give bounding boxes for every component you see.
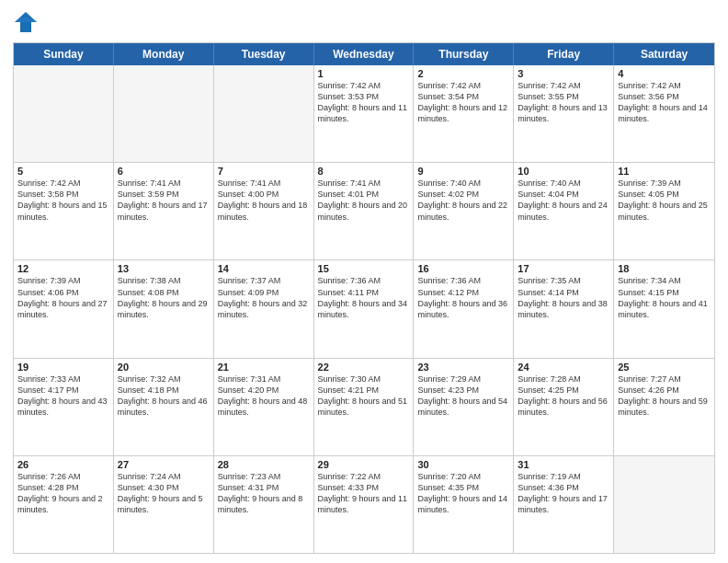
cell-info: Sunrise: 7:37 AM Sunset: 4:09 PM Dayligh…	[218, 275, 310, 320]
cell-info: Sunrise: 7:40 AM Sunset: 4:02 PM Dayligh…	[417, 178, 509, 223]
day-number: 5	[17, 166, 109, 177]
cell-info: Sunrise: 7:36 AM Sunset: 4:11 PM Dayligh…	[318, 275, 410, 320]
day-number: 4	[618, 68, 711, 79]
cell-info: Sunrise: 7:34 AM Sunset: 4:15 PM Dayligh…	[618, 275, 711, 320]
cell-info: Sunrise: 7:36 AM Sunset: 4:12 PM Dayligh…	[417, 275, 509, 320]
cell-info: Sunrise: 7:42 AM Sunset: 3:54 PM Dayligh…	[417, 80, 509, 125]
day-number: 26	[17, 459, 109, 470]
cal-cell: 2Sunrise: 7:42 AM Sunset: 3:54 PM Daylig…	[414, 65, 514, 162]
cell-info: Sunrise: 7:22 AM Sunset: 4:33 PM Dayligh…	[318, 471, 410, 516]
cal-cell: 1Sunrise: 7:42 AM Sunset: 3:53 PM Daylig…	[314, 65, 415, 162]
cal-cell	[214, 65, 314, 162]
day-number: 30	[417, 459, 509, 470]
cal-cell: 11Sunrise: 7:39 AM Sunset: 4:05 PM Dayli…	[614, 163, 714, 259]
day-number: 27	[118, 459, 210, 470]
cal-cell: 13Sunrise: 7:38 AM Sunset: 4:08 PM Dayli…	[114, 260, 214, 357]
day-number: 10	[518, 166, 609, 177]
cell-info: Sunrise: 7:42 AM Sunset: 3:56 PM Dayligh…	[618, 80, 711, 125]
day-number: 25	[618, 362, 711, 373]
cell-info: Sunrise: 7:20 AM Sunset: 4:35 PM Dayligh…	[417, 471, 509, 516]
cell-info: Sunrise: 7:32 AM Sunset: 4:18 PM Dayligh…	[118, 373, 210, 419]
header	[13, 9, 715, 35]
cal-header-saturday: Saturday	[614, 43, 714, 65]
cal-cell: 25Sunrise: 7:27 AM Sunset: 4:26 PM Dayli…	[614, 359, 714, 455]
cal-cell: 31Sunrise: 7:19 AM Sunset: 4:36 PM Dayli…	[514, 456, 614, 553]
day-number: 13	[118, 263, 210, 274]
day-number: 23	[417, 362, 509, 373]
cal-week-3: 12Sunrise: 7:39 AM Sunset: 4:06 PM Dayli…	[14, 259, 714, 357]
cell-info: Sunrise: 7:41 AM Sunset: 4:01 PM Dayligh…	[318, 178, 410, 223]
day-number: 1	[318, 68, 410, 79]
cal-cell	[114, 65, 214, 162]
cal-cell: 29Sunrise: 7:22 AM Sunset: 4:33 PM Dayli…	[314, 456, 415, 553]
cal-header-wednesday: Wednesday	[314, 43, 415, 65]
cal-cell: 14Sunrise: 7:37 AM Sunset: 4:09 PM Dayli…	[214, 260, 314, 357]
cell-info: Sunrise: 7:42 AM Sunset: 3:53 PM Dayligh…	[318, 80, 410, 125]
cell-info: Sunrise: 7:26 AM Sunset: 4:28 PM Dayligh…	[17, 471, 109, 516]
cal-week-2: 5Sunrise: 7:42 AM Sunset: 3:58 PM Daylig…	[14, 162, 714, 259]
cal-header-monday: Monday	[114, 43, 214, 65]
cell-info: Sunrise: 7:40 AM Sunset: 4:04 PM Dayligh…	[518, 178, 609, 223]
cal-cell: 27Sunrise: 7:24 AM Sunset: 4:30 PM Dayli…	[114, 456, 214, 553]
cal-cell: 5Sunrise: 7:42 AM Sunset: 3:58 PM Daylig…	[14, 163, 114, 259]
day-number: 19	[17, 362, 109, 373]
day-number: 6	[118, 166, 210, 177]
cell-info: Sunrise: 7:31 AM Sunset: 4:20 PM Dayligh…	[218, 373, 310, 419]
cell-info: Sunrise: 7:30 AM Sunset: 4:21 PM Dayligh…	[318, 373, 410, 419]
cal-cell: 10Sunrise: 7:40 AM Sunset: 4:04 PM Dayli…	[514, 163, 614, 259]
cell-info: Sunrise: 7:29 AM Sunset: 4:23 PM Dayligh…	[417, 373, 509, 419]
cal-cell: 15Sunrise: 7:36 AM Sunset: 4:11 PM Dayli…	[314, 260, 415, 357]
cal-cell: 4Sunrise: 7:42 AM Sunset: 3:56 PM Daylig…	[614, 65, 714, 162]
day-number: 12	[17, 263, 109, 274]
calendar: SundayMondayTuesdayWednesdayThursdayFrid…	[13, 42, 715, 554]
calendar-header-row: SundayMondayTuesdayWednesdayThursdayFrid…	[14, 43, 714, 65]
cal-cell: 7Sunrise: 7:41 AM Sunset: 4:00 PM Daylig…	[214, 163, 314, 259]
cal-cell: 9Sunrise: 7:40 AM Sunset: 4:02 PM Daylig…	[414, 163, 514, 259]
day-number: 20	[118, 362, 210, 373]
cal-cell: 16Sunrise: 7:36 AM Sunset: 4:12 PM Dayli…	[414, 260, 514, 357]
cal-cell: 23Sunrise: 7:29 AM Sunset: 4:23 PM Dayli…	[414, 359, 514, 455]
page: SundayMondayTuesdayWednesdayThursdayFrid…	[0, 0, 728, 563]
cal-cell: 21Sunrise: 7:31 AM Sunset: 4:20 PM Dayli…	[214, 359, 314, 455]
cell-info: Sunrise: 7:35 AM Sunset: 4:14 PM Dayligh…	[518, 275, 609, 320]
cal-cell: 17Sunrise: 7:35 AM Sunset: 4:14 PM Dayli…	[514, 260, 614, 357]
cell-info: Sunrise: 7:33 AM Sunset: 4:17 PM Dayligh…	[17, 373, 109, 419]
day-number: 24	[518, 362, 609, 373]
logo-icon	[13, 9, 39, 35]
cell-info: Sunrise: 7:41 AM Sunset: 4:00 PM Dayligh…	[218, 178, 310, 223]
day-number: 11	[618, 166, 711, 177]
cal-cell: 30Sunrise: 7:20 AM Sunset: 4:35 PM Dayli…	[414, 456, 514, 553]
cal-cell: 28Sunrise: 7:23 AM Sunset: 4:31 PM Dayli…	[214, 456, 314, 553]
cal-cell	[14, 65, 114, 162]
cal-cell: 26Sunrise: 7:26 AM Sunset: 4:28 PM Dayli…	[14, 456, 114, 553]
cell-info: Sunrise: 7:24 AM Sunset: 4:30 PM Dayligh…	[118, 471, 210, 516]
cal-week-4: 19Sunrise: 7:33 AM Sunset: 4:17 PM Dayli…	[14, 358, 714, 455]
cell-info: Sunrise: 7:39 AM Sunset: 4:05 PM Dayligh…	[618, 178, 711, 223]
day-number: 8	[318, 166, 410, 177]
logo	[13, 9, 42, 35]
cal-week-5: 26Sunrise: 7:26 AM Sunset: 4:28 PM Dayli…	[14, 455, 714, 553]
day-number: 14	[218, 263, 310, 274]
cal-cell: 6Sunrise: 7:41 AM Sunset: 3:59 PM Daylig…	[114, 163, 214, 259]
day-number: 7	[218, 166, 310, 177]
day-number: 21	[218, 362, 310, 373]
day-number: 3	[518, 68, 609, 79]
calendar-body: 1Sunrise: 7:42 AM Sunset: 3:53 PM Daylig…	[14, 65, 714, 553]
cell-info: Sunrise: 7:27 AM Sunset: 4:26 PM Dayligh…	[618, 373, 711, 419]
day-number: 22	[318, 362, 410, 373]
cell-info: Sunrise: 7:41 AM Sunset: 3:59 PM Dayligh…	[118, 178, 210, 223]
cal-cell: 19Sunrise: 7:33 AM Sunset: 4:17 PM Dayli…	[14, 359, 114, 455]
cal-cell: 3Sunrise: 7:42 AM Sunset: 3:55 PM Daylig…	[514, 65, 614, 162]
cell-info: Sunrise: 7:19 AM Sunset: 4:36 PM Dayligh…	[518, 471, 609, 516]
cal-header-sunday: Sunday	[14, 43, 114, 65]
cal-header-tuesday: Tuesday	[214, 43, 314, 65]
cell-info: Sunrise: 7:42 AM Sunset: 3:58 PM Dayligh…	[17, 178, 109, 223]
cal-cell: 20Sunrise: 7:32 AM Sunset: 4:18 PM Dayli…	[114, 359, 214, 455]
cell-info: Sunrise: 7:38 AM Sunset: 4:08 PM Dayligh…	[118, 275, 210, 320]
cal-week-1: 1Sunrise: 7:42 AM Sunset: 3:53 PM Daylig…	[14, 65, 714, 162]
cal-cell: 22Sunrise: 7:30 AM Sunset: 4:21 PM Dayli…	[314, 359, 415, 455]
cal-cell: 12Sunrise: 7:39 AM Sunset: 4:06 PM Dayli…	[14, 260, 114, 357]
cell-info: Sunrise: 7:28 AM Sunset: 4:25 PM Dayligh…	[518, 373, 609, 419]
cell-info: Sunrise: 7:42 AM Sunset: 3:55 PM Dayligh…	[518, 80, 609, 125]
day-number: 28	[218, 459, 310, 470]
